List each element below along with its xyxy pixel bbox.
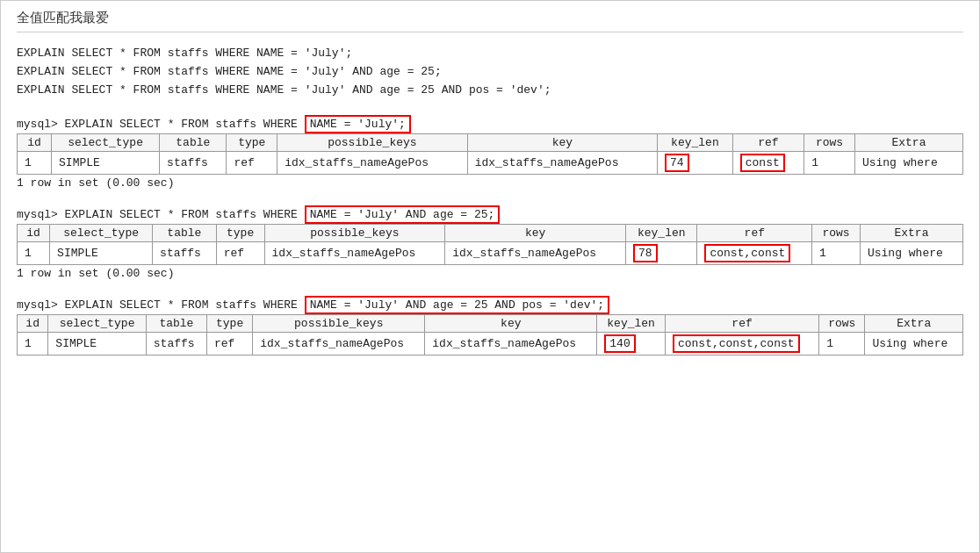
cell-table-3: staffs	[146, 333, 206, 356]
cell-id-1: 1	[18, 152, 52, 175]
prompt-text-3: mysql> EXPLAIN SELECT * FROM staffs WHER…	[17, 298, 305, 312]
cell-select-type-3: SIMPLE	[48, 333, 146, 356]
col-id: id	[18, 315, 48, 333]
mysql-section-3: mysql> EXPLAIN SELECT * FROM staffs WHER…	[17, 296, 963, 356]
cell-id-3: 1	[18, 333, 48, 356]
result-table-2: id select_type table type possible_keys …	[17, 224, 963, 265]
col-rows: rows	[812, 225, 861, 242]
mysql-section-1: mysql> EXPLAIN SELECT * FROM staffs WHER…	[17, 115, 963, 190]
col-rows: rows	[819, 315, 865, 333]
col-type: type	[216, 225, 264, 242]
cell-rows-1: 1	[804, 152, 855, 175]
page-title: 全值匹配我最爱	[17, 10, 963, 32]
col-extra: Extra	[860, 225, 962, 242]
col-extra: Extra	[865, 315, 963, 333]
mysql-prompt-1: mysql> EXPLAIN SELECT * FROM staffs WHER…	[17, 115, 963, 133]
col-select-type: select_type	[52, 134, 160, 152]
col-select-type: select_type	[50, 225, 153, 242]
cell-table-1: staffs	[160, 152, 227, 175]
sql-line-3: EXPLAIN SELECT * FROM staffs WHERE NAME …	[17, 82, 963, 100]
cell-ref-1: const	[732, 152, 803, 175]
cell-extra-1: Using where	[854, 152, 962, 175]
cell-key-3: idx_staffs_nameAgePos	[425, 333, 597, 356]
table-row: 1 SIMPLE staffs ref idx_staffs_nameAgePo…	[18, 152, 963, 175]
cell-type-3: ref	[206, 333, 252, 356]
table-row: 1 SIMPLE staffs ref idx_staffs_nameAgePo…	[18, 333, 963, 356]
mysql-section-2: mysql> EXPLAIN SELECT * FROM staffs WHER…	[17, 205, 963, 280]
col-key-len: key_len	[658, 134, 733, 152]
row-info-1: 1 row in set (0.00 sec)	[17, 176, 963, 190]
cell-id-2: 1	[18, 242, 50, 265]
cell-possible-keys-2: idx_staffs_nameAgePos	[264, 242, 445, 265]
sql-line-2: EXPLAIN SELECT * FROM staffs WHERE NAME …	[17, 63, 963, 82]
col-id: id	[18, 225, 50, 242]
sql-line-1: EXPLAIN SELECT * FROM staffs WHERE NAME …	[17, 45, 963, 63]
col-id: id	[18, 134, 52, 152]
cell-key-len-3: 140	[597, 333, 666, 356]
cell-extra-2: Using where	[860, 242, 962, 265]
highlight-where-2: NAME = 'July' AND age = 25;	[305, 205, 501, 224]
cell-ref-3: const,const,const	[665, 333, 818, 356]
col-type: type	[227, 134, 277, 152]
cell-rows-2: 1	[812, 242, 861, 265]
col-extra: Extra	[854, 134, 962, 152]
result-table-3: id select_type table type possible_keys …	[17, 314, 963, 356]
col-rows: rows	[804, 134, 855, 152]
cell-possible-keys-1: idx_staffs_nameAgePos	[277, 152, 467, 175]
col-key: key	[467, 134, 657, 152]
cell-rows-3: 1	[819, 333, 865, 356]
cell-type-2: ref	[216, 242, 264, 265]
prompt-text-1: mysql> EXPLAIN SELECT * FROM staffs WHER…	[17, 118, 305, 131]
col-possible-keys: possible_keys	[253, 315, 425, 333]
col-type: type	[206, 315, 252, 333]
cell-key-len-1: 74	[658, 152, 733, 175]
col-ref: ref	[697, 225, 812, 242]
highlight-where-3: NAME = 'July' AND age = 25 AND pos = 'de…	[305, 296, 609, 314]
col-possible-keys: possible_keys	[264, 225, 445, 242]
cell-key-len-2: 78	[626, 242, 697, 265]
table-row: 1 SIMPLE staffs ref idx_staffs_nameAgePo…	[18, 242, 963, 265]
col-ref: ref	[665, 315, 818, 333]
col-table: table	[146, 315, 206, 333]
highlight-where-1: NAME = 'July';	[305, 115, 411, 133]
result-table-1: id select_type table type possible_keys …	[17, 133, 963, 175]
col-key-len: key_len	[597, 315, 666, 333]
row-info-2: 1 row in set (0.00 sec)	[17, 267, 963, 280]
mysql-prompt-3: mysql> EXPLAIN SELECT * FROM staffs WHER…	[17, 296, 963, 314]
cell-ref-2: const,const	[697, 242, 812, 265]
col-key: key	[425, 315, 597, 333]
prompt-text-2: mysql> EXPLAIN SELECT * FROM staffs WHER…	[17, 208, 305, 221]
cell-extra-3: Using where	[865, 333, 963, 356]
col-select-type: select_type	[48, 315, 146, 333]
mysql-prompt-2: mysql> EXPLAIN SELECT * FROM staffs WHER…	[17, 205, 963, 224]
sql-block: EXPLAIN SELECT * FROM staffs WHERE NAME …	[17, 45, 963, 99]
cell-type-1: ref	[227, 152, 277, 175]
cell-select-type-2: SIMPLE	[50, 242, 153, 265]
col-table: table	[160, 134, 227, 152]
page-container: 全值匹配我最爱 EXPLAIN SELECT * FROM staffs WHE…	[0, 0, 980, 553]
cell-select-type-1: SIMPLE	[52, 152, 160, 175]
cell-table-2: staffs	[153, 242, 217, 265]
cell-key-1: idx_staffs_nameAgePos	[467, 152, 657, 175]
col-possible-keys: possible_keys	[277, 134, 467, 152]
cell-key-2: idx_staffs_nameAgePos	[445, 242, 626, 265]
col-key-len: key_len	[626, 225, 697, 242]
cell-possible-keys-3: idx_staffs_nameAgePos	[253, 333, 425, 356]
col-table: table	[153, 225, 217, 242]
col-ref: ref	[732, 134, 803, 152]
col-key: key	[445, 225, 626, 242]
